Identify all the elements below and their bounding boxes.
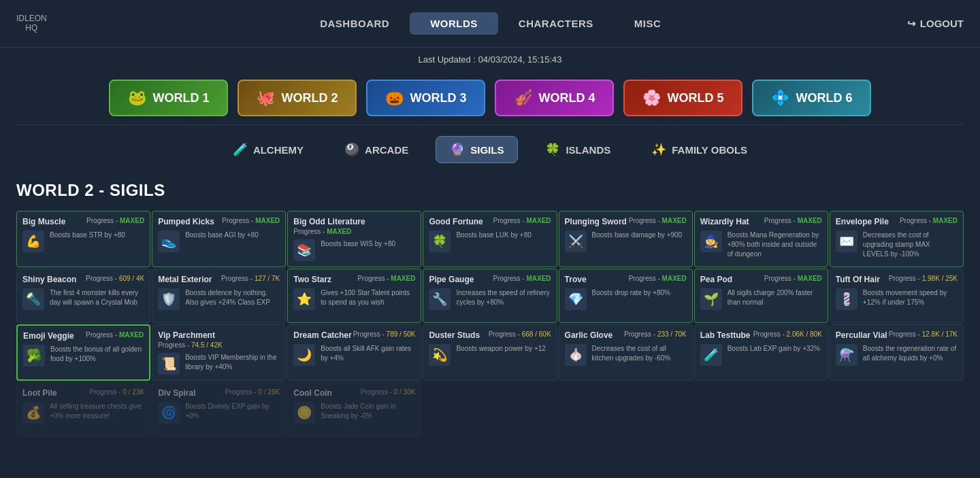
sub-tab-label-sigils: SIGILS bbox=[470, 144, 504, 156]
sigil-desc: All sigils charge 200% faster than norma… bbox=[728, 288, 822, 307]
sigil-body: 💎Boosts drop rate by +80% bbox=[565, 288, 687, 310]
sigil-body: 🌙Boosts all Skill AFK gain rates by +4% bbox=[293, 344, 415, 366]
nav-link-characters[interactable]: CHARACTERS bbox=[498, 12, 614, 35]
sigil-header: Cool CoinProgress - 0 / 30K bbox=[293, 388, 415, 398]
sigil-desc: Decreases the cost of all kitchen upgrad… bbox=[592, 344, 687, 363]
sigil-progress: Progress - MAXED bbox=[764, 217, 822, 224]
sigil-icon: ⚗️ bbox=[836, 344, 858, 366]
app-logo: IDLEON HQ bbox=[16, 14, 47, 32]
sigil-icon: 💰 bbox=[22, 402, 44, 424]
sub-tab-alchemy[interactable]: 🧪ALCHEMY bbox=[219, 136, 317, 163]
sigil-name: Metal Exterior bbox=[158, 275, 212, 284]
sigil-icon: 📜 bbox=[158, 353, 180, 375]
sigil-card: Good FortuneProgress - MAXED🍀Boosts base… bbox=[423, 211, 557, 267]
sigil-progress: Progress - 127 / 7K bbox=[221, 275, 280, 282]
sigil-name: Tuft Of Hair bbox=[836, 275, 880, 284]
sigil-header: Shiny BeaconProgress - 609 / 4K bbox=[22, 275, 144, 284]
sigil-header: Garlic GloveProgress - 233 / 70K bbox=[565, 330, 687, 340]
sigil-card: Pumped KicksProgress - MAXED👟Boosts base… bbox=[152, 211, 286, 267]
sigil-header: Emoji VeggieProgress - MAXED bbox=[23, 331, 144, 341]
sigil-body: 💰All selling treasure chests give +0% mo… bbox=[22, 402, 144, 424]
world-tab-label-w3: WORLD 3 bbox=[410, 91, 467, 105]
sigil-card: Dream CatcherProgress - 789 / 50K🌙Boosts… bbox=[287, 324, 421, 381]
sigil-body: 🌱All sigils charge 200% faster than norm… bbox=[700, 288, 822, 310]
sigil-name: Lab Testtube bbox=[700, 330, 751, 340]
sigil-body: ⚔️Boosts base damage by +900 bbox=[565, 231, 687, 252]
sub-tab-islands[interactable]: 🍀ISLANDS bbox=[532, 136, 624, 163]
sigil-name: Pea Pod bbox=[700, 275, 732, 284]
sigil-body: 👟Boosts base AGI by +80 bbox=[158, 231, 280, 252]
sub-tab-icon-family_obols: ✨ bbox=[651, 142, 666, 157]
sub-tab-family_obols[interactable]: ✨FAMILY OBOLS bbox=[638, 136, 761, 163]
sub-tab-arcade[interactable]: 🎱ARCADE bbox=[331, 136, 422, 163]
sigil-name: Div Spiral bbox=[158, 388, 195, 398]
sigil-header: Dream CatcherProgress - 789 / 50K bbox=[293, 330, 415, 340]
nav-link-dashboard[interactable]: DASHBOARD bbox=[299, 12, 410, 35]
sub-tab-sigils[interactable]: 🔮SIGILS bbox=[436, 136, 518, 163]
world-tab-label-w1: WORLD 1 bbox=[153, 91, 210, 105]
nav-link-worlds[interactable]: WORLDS bbox=[410, 12, 498, 35]
sigil-name: Vip Parchment bbox=[158, 330, 215, 340]
sigil-progress: Progress - 12.8K / 17K bbox=[889, 330, 958, 338]
sigil-desc: Boosts base STR by +80 bbox=[50, 231, 125, 240]
sigil-desc: Boosts base WIS by +80 bbox=[321, 239, 395, 249]
sigil-desc: Decreases the cost of upgrading stamp MA… bbox=[863, 231, 958, 259]
sigil-body: 🌀Boosts Divinity EXP gain by +0% bbox=[158, 402, 280, 424]
sigil-body: 🪙Boosts Jade Coin gain in Sneaking by -0… bbox=[293, 402, 415, 424]
sigil-desc: Boosts weapon power by +12 bbox=[456, 344, 545, 354]
sigil-progress: Progress - MAXED bbox=[764, 275, 822, 282]
sigil-header: Good FortuneProgress - MAXED bbox=[429, 217, 551, 226]
sigil-icon: ⭐ bbox=[293, 288, 315, 310]
sigil-header: Wizardly HatProgress - MAXED bbox=[700, 217, 822, 226]
sigil-header: Plunging SwordProgress - MAXED bbox=[565, 217, 687, 226]
sigil-header: Lab TesttubeProgress - 2.06K / 80K bbox=[700, 330, 822, 340]
nav-link-misc[interactable]: MISC bbox=[614, 12, 682, 35]
sigil-progress: Progress - MAXED bbox=[493, 275, 551, 282]
logout-icon: ↪ bbox=[907, 18, 916, 30]
sigil-desc: Boosts Mana Regeneration by +80% both in… bbox=[728, 231, 822, 259]
sigil-icon: 🛡️ bbox=[158, 288, 180, 310]
navbar: IDLEON HQ DASHBOARDWORLDSCHARACTERSMISC … bbox=[0, 0, 980, 48]
world-tab-label-w6: WORLD 6 bbox=[796, 91, 853, 105]
sigil-body: ✉️Decreases the cost of upgrading stamp … bbox=[836, 231, 958, 259]
world-tab-w6[interactable]: 💠WORLD 6 bbox=[752, 80, 871, 116]
world-tab-w4[interactable]: 🎻WORLD 4 bbox=[495, 80, 614, 116]
sigil-name: Big Muscle bbox=[22, 217, 65, 226]
sigil-card: Garlic GloveProgress - 233 / 70K🧄Decreas… bbox=[559, 324, 693, 381]
sigil-header: TroveProgress - MAXED bbox=[565, 275, 687, 284]
sigil-progress: Progress - MAXED bbox=[86, 217, 144, 224]
world-tab-label-w4: WORLD 4 bbox=[539, 91, 595, 105]
sigil-header: Loot PileProgress - 0 / 23K bbox=[22, 388, 144, 398]
world-tab-w5[interactable]: 🌸WORLD 5 bbox=[623, 80, 742, 116]
logout-button[interactable]: ↪ LOGOUT bbox=[907, 18, 964, 30]
sigil-card: Pea PodProgress - MAXED🌱All sigils charg… bbox=[694, 269, 828, 323]
sigil-desc: Boosts VIP Membership in the library by … bbox=[185, 353, 280, 372]
sigil-card: Wizardly HatProgress - MAXED🧙Boosts Mana… bbox=[694, 211, 828, 267]
world-tab-icon-w4: 🎻 bbox=[514, 89, 532, 107]
sigil-body: 🧄Decreases the cost of all kitchen upgra… bbox=[565, 344, 687, 366]
sigil-header: Pumped KicksProgress - MAXED bbox=[158, 217, 280, 226]
sigil-card: Perculiar VialProgress - 12.8K / 17K⚗️Bo… bbox=[830, 324, 964, 381]
sigil-progress: Progress - 1.98K / 25K bbox=[889, 275, 958, 282]
sigil-name: Wizardly Hat bbox=[700, 217, 749, 226]
sigil-desc: Boosts base LUK by +80 bbox=[456, 231, 531, 240]
sigil-name: Envelope Pile bbox=[836, 217, 889, 226]
sigil-icon: 🌱 bbox=[700, 288, 722, 310]
sigil-name: Duster Studs bbox=[429, 330, 480, 340]
sigil-name: Plunging Sword bbox=[565, 217, 627, 226]
sigils-grid: Big MuscleProgress - MAXED💪Boosts base S… bbox=[0, 211, 980, 453]
sigil-progress: Progress - MAXED bbox=[293, 228, 351, 235]
world-tab-w2[interactable]: 🐙WORLD 2 bbox=[238, 80, 357, 116]
sigil-card: Duster StudsProgress - 668 / 60K💫Boosts … bbox=[423, 324, 557, 381]
world-tab-icon-w5: 🌸 bbox=[642, 89, 661, 107]
sub-tab-icon-arcade: 🎱 bbox=[344, 142, 359, 157]
sigil-name: Good Fortune bbox=[429, 217, 483, 226]
world-tab-w1[interactable]: 🐸WORLD 1 bbox=[109, 80, 228, 116]
sigil-icon: 🍀 bbox=[429, 231, 451, 252]
nav-links: DASHBOARDWORLDSCHARACTERSMISC bbox=[74, 12, 907, 35]
sigil-body: 🔧Increases the speed of refinery cycles … bbox=[429, 288, 551, 310]
world-tab-w3[interactable]: 🎃WORLD 3 bbox=[366, 80, 485, 116]
sigil-name: Pipe Gauge bbox=[429, 275, 474, 284]
sigil-body: 🍀Boosts base LUK by +80 bbox=[429, 231, 551, 252]
sigil-card: Two StarzProgress - MAXED⭐Gives +100 Sta… bbox=[287, 269, 421, 323]
